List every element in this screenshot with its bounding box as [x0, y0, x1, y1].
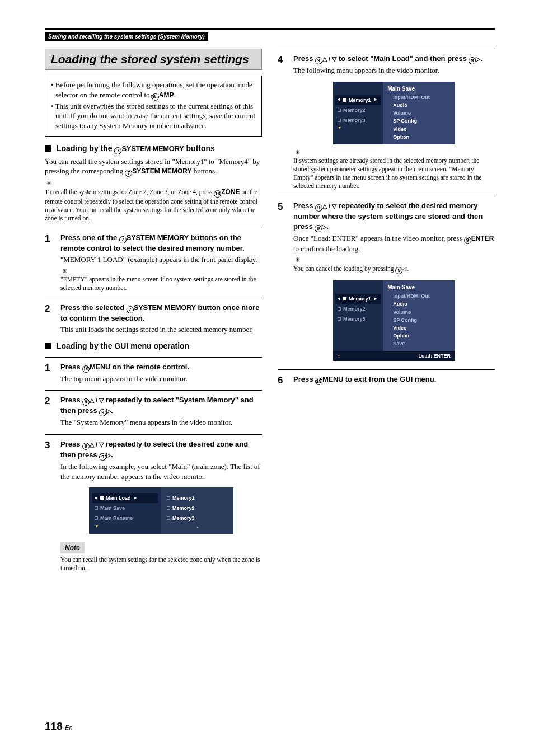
- tip-icon: [293, 147, 301, 157]
- circled-9-icon: 9: [99, 453, 106, 461]
- circled-9-icon: 9: [315, 204, 322, 212]
- circled-9-icon: 9: [315, 225, 322, 232]
- step-number: 3: [45, 439, 54, 537]
- gui-step-3-body: In the following example, you select "Ma…: [60, 462, 262, 481]
- step-2-body: This unit loads the settings stored in t…: [60, 325, 262, 335]
- circled-9-icon: 9: [464, 237, 471, 244]
- gui-step-3-heading: Press 9△ / ▽ repeatedly to select the de…: [60, 439, 262, 461]
- step-1: 1 Press one of the 7SYSTEM MEMORY button…: [45, 228, 262, 292]
- gui2b-sub: Option: [387, 332, 452, 340]
- gui-step-5-body: Once "Load: ENTER" appears in the video …: [293, 233, 495, 254]
- gui1-left-2: Main Rename: [100, 515, 133, 522]
- gui1-left-1: Main Save: [100, 505, 125, 511]
- scroll-indicator-icon: ▾: [335, 125, 381, 132]
- gui-step-2-heading: Press 9△ / ▽ repeatedly to select "Syste…: [60, 395, 262, 416]
- circled-9-icon: 9: [99, 409, 106, 416]
- gui2b-mem1: Memory1: [349, 295, 371, 302]
- gui-step-1-heading: Press 19MENU on the remote control.: [60, 362, 262, 373]
- scroll-indicator-icon: ▾: [92, 524, 158, 530]
- gui-screenshot-3: Memory1 Memory2 Memory3 Main Save Input/…: [332, 280, 456, 362]
- gui1-right-1: Memory2: [172, 505, 195, 511]
- gui2-sub: Input/HDMI Out: [387, 93, 452, 101]
- gui2-mem1: Memory1: [349, 97, 371, 104]
- tip-icon: [293, 255, 301, 265]
- gui2b-title: Main Save: [387, 284, 452, 292]
- gui-step-5-heading: Press 9△ / ▽ repeatedly to select the de…: [293, 201, 495, 232]
- gui-step-3: 3 Press 9△ / ▽ repeatedly to select the …: [45, 434, 262, 537]
- circled-7-icon: 7: [127, 306, 134, 313]
- step-1-body: "MEMORY 1 LOAD" (example) appears in the…: [60, 255, 262, 265]
- circled-7-icon: 7: [119, 236, 127, 243]
- gui1-right-2: Memory3: [172, 515, 195, 522]
- gui2b-sub: Input/HDMI Out: [387, 292, 452, 300]
- gui2-sub: Option: [387, 133, 452, 141]
- gui1-left-0: Main Load: [106, 495, 131, 501]
- gui2b-sub: SP Config: [387, 316, 452, 324]
- square-bullet-icon: [45, 145, 51, 152]
- gui2-sub: SP Config: [387, 117, 452, 125]
- gui2b-save: Save: [387, 340, 452, 348]
- circled-18-icon: 18: [214, 190, 221, 198]
- gui-step-5-tip: You can cancel the loading by pressing 9…: [293, 265, 495, 274]
- step-1-tip: "EMPTY" appears in the menu screen if no…: [60, 275, 262, 292]
- step-number: 6: [278, 374, 287, 387]
- intro-bullet-1: Before performing the following operatio…: [51, 80, 256, 101]
- right-column: 4 Press 9△ / ▽ to select "Main Load" and…: [278, 49, 495, 572]
- page-number: 118 En: [45, 720, 73, 732]
- lock-indicator-icon: ⌂: [338, 353, 340, 359]
- square-bullet-icon: [45, 343, 51, 349]
- intro-bullet-2: This unit overwrites the stored settings…: [51, 101, 256, 131]
- gui-screenshot-1: Main Load Main Save Main Rename ▾ Memory…: [88, 487, 234, 534]
- gui2-sub: Volume: [387, 109, 452, 117]
- gui2-sub: Video: [387, 125, 452, 133]
- circled-9-icon: 9: [82, 398, 90, 406]
- tip-icon: [60, 266, 68, 276]
- gui2b-sub: Volume: [387, 308, 452, 316]
- step-1-heading: Press one of the 7SYSTEM MEMORY buttons …: [60, 233, 262, 253]
- section-a-tip: To recall the system settings for Zone 2…: [45, 188, 262, 223]
- circled-19-icon: 19: [82, 365, 90, 373]
- page-title-bar: Loading the stored system settings: [45, 49, 262, 70]
- gui-step-2: 2 Press 9△ / ▽ repeatedly to select "Sys…: [45, 390, 262, 429]
- step-number: 2: [45, 303, 54, 335]
- section-b-heading: Loading by the GUI menu operation: [57, 341, 189, 351]
- section-a-heading: Loading by the 7SYSTEM MEMORY buttons: [57, 143, 215, 154]
- gui-step-4-heading: Press 9△ / ▽ to select "Main Load" and t…: [293, 54, 495, 64]
- section-a-body: You can recall the system settings store…: [45, 157, 262, 177]
- tip-icon: [45, 178, 53, 188]
- gui-screenshot-2: Memory1 Memory2 Memory3 ▾ Main Save Inpu…: [332, 81, 456, 145]
- step-number: 4: [278, 54, 287, 190]
- gui2-mem3: Memory3: [343, 117, 366, 124]
- gui2b-sub: Video: [387, 324, 452, 332]
- gui2b-mem3: Memory3: [343, 316, 366, 322]
- step-number: 5: [278, 201, 287, 364]
- gui2-title: Main Save: [387, 85, 452, 93]
- circled-16-icon: 16: [152, 93, 159, 101]
- step-number: 2: [45, 395, 54, 429]
- step-2: 2 Press the selected 7SYSTEM MEMORY butt…: [45, 298, 262, 335]
- gui2b-footer: ⌂Load: ENTER: [333, 351, 455, 361]
- gui2b-sub: Audio: [387, 300, 452, 308]
- breadcrumb: Saving and recalling the system settings…: [45, 32, 208, 41]
- gui-step-5: 5 Press 9△ / ▽ repeatedly to select the …: [278, 196, 495, 364]
- gui1-right-0: Memory1: [172, 495, 195, 501]
- top-rule: [45, 28, 495, 30]
- circled-7-icon: 7: [114, 147, 121, 154]
- gui-step-4: 4 Press 9△ / ▽ to select "Main Load" and…: [278, 49, 495, 190]
- gui-step-2-body: The "System Memory" menu appears in the …: [60, 417, 262, 428]
- circled-9-icon: 9: [82, 443, 90, 450]
- gui-step-1-body: The top menu appears in the video monito…: [60, 374, 262, 384]
- circled-9-icon: 9: [395, 267, 402, 274]
- note-label: Note: [60, 542, 85, 553]
- circled-7-icon: 7: [125, 170, 132, 177]
- intro-box: Before performing the following operatio…: [45, 76, 262, 136]
- gui2-sub: Audio: [387, 101, 452, 109]
- gui-step-4-body: The following menu appears in the video …: [293, 65, 495, 76]
- gui-step-1: 1 Press 19MENU on the remote control. Th…: [45, 357, 262, 385]
- page-title: Loading the stored system settings: [51, 51, 256, 67]
- circled-9-icon: 9: [469, 57, 476, 64]
- gui2-mem2: Memory2: [343, 107, 366, 114]
- step-2-heading: Press the selected 7SYSTEM MEMORY button…: [60, 303, 262, 323]
- gui2b-mem2: Memory2: [343, 306, 366, 312]
- gui-step-6-heading: Press 19MENU to exit from the GUI menu.: [293, 374, 495, 385]
